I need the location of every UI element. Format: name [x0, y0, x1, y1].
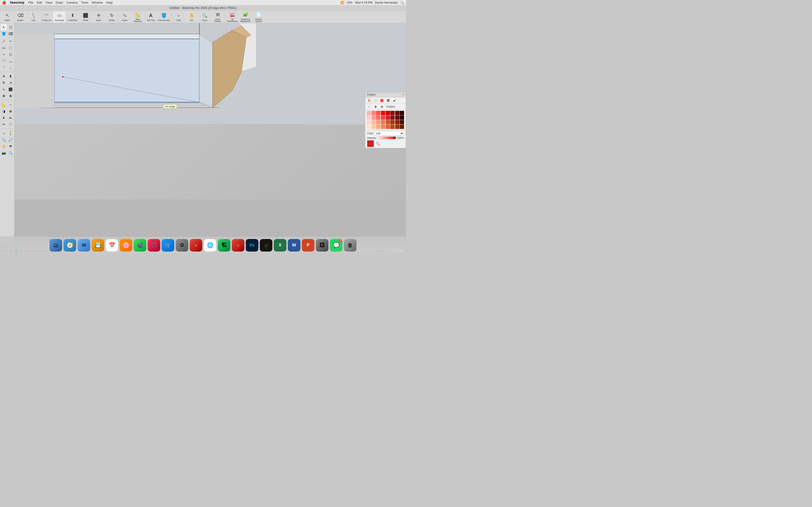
tool-paint[interactable]: 🪣 Paint Bucket — [158, 11, 170, 22]
tool-offset-left[interactable]: ⬛ — [7, 86, 14, 93]
tool-3dtext[interactable]: A₃ — [7, 115, 14, 121]
tool-line[interactable]: ╱ Line — [27, 11, 40, 22]
tool-solid[interactable]: ⊗ — [7, 93, 14, 99]
swatch-19[interactable] — [376, 120, 380, 124]
swatch-8[interactable] — [400, 111, 404, 115]
swatch-22[interactable] — [390, 120, 395, 124]
dock-trash[interactable]: 🗑 — [344, 239, 356, 251]
app-name[interactable]: SketchUp — [10, 1, 24, 4]
swatch-14[interactable] — [390, 115, 395, 120]
menu-tools[interactable]: Tools — [81, 1, 88, 4]
tool-rectangle[interactable]: ▭ Rectangle — [53, 11, 66, 22]
dock-word[interactable]: W — [288, 239, 300, 251]
tool-move[interactable]: ✛ Move — [92, 11, 105, 22]
apple-menu[interactable]: 🍎 — [2, 1, 6, 5]
swatch-20[interactable] — [381, 120, 385, 124]
tool-offset[interactable]: ⬛ Offset — [79, 11, 92, 22]
tool-interact[interactable]: ☞ — [7, 121, 14, 127]
swatch-26[interactable] — [371, 125, 376, 129]
dock-spotify[interactable]: ♫ — [260, 239, 272, 251]
dock-calendar[interactable]: 📅 — [106, 239, 118, 251]
tool-eraser[interactable]: ⌫ Eraser — [14, 11, 27, 22]
tool-rect-left[interactable]: ▭ — [1, 45, 7, 51]
swatch-30[interactable] — [390, 125, 395, 129]
tool-zoom-left[interactable]: 🔍 — [1, 137, 7, 143]
tool-component[interactable]: ⬡ — [7, 24, 14, 31]
tool-zoomwindow[interactable]: 🔎 — [7, 137, 14, 143]
menu-window[interactable]: Window — [92, 1, 103, 4]
swatch-23[interactable] — [395, 120, 400, 124]
tool-pushpull-left[interactable]: ⬆ — [7, 73, 14, 79]
tool-zoom2[interactable]: 🔍 — [7, 150, 14, 156]
tool-scale[interactable]: ⤡ Scale — [118, 11, 131, 22]
canvas-area[interactable]: On Edge Colors × 🎨 ⬜ 🟥 🖼 🖌 ← ⊕ ⧉ Colors — [14, 23, 406, 243]
tool-ext-warehouse[interactable]: 🧩 Extension Warehouse — [239, 11, 252, 22]
tool-zoom-extents[interactable]: ⊞ Zoom Extents — [211, 11, 224, 22]
swatch-28[interactable] — [381, 125, 385, 129]
colors-close-btn[interactable]: × — [402, 93, 404, 96]
tool-select[interactable]: ↖ Select — [1, 11, 13, 22]
swatch-5[interactable] — [386, 111, 390, 115]
colors-action-copy[interactable]: ⧉ — [379, 104, 385, 109]
dock-contacts[interactable]: 📇 — [92, 239, 104, 251]
tool-arc3[interactable]: ◜ — [1, 64, 7, 70]
swatch-3[interactable] — [376, 111, 380, 115]
tool-3d-warehouse[interactable]: 🏭 3D Warehouse — [226, 11, 239, 22]
tool-arc[interactable]: ◠ 2 Point Arc — [40, 11, 53, 22]
tool-walkaround[interactable]: 🚶 — [7, 130, 14, 136]
swatch-15[interactable] — [395, 115, 400, 120]
tool-polygon[interactable]: ⬡ — [7, 51, 14, 57]
swatch-25[interactable] — [367, 125, 371, 129]
menu-help[interactable]: Help — [106, 1, 113, 4]
tool-move-left[interactable]: ✛ — [1, 73, 7, 79]
dock-whatsapp[interactable]: 💬 3 — [330, 239, 343, 251]
tool-line-left[interactable]: ╱ — [1, 38, 7, 44]
tool-circle[interactable]: ○ — [1, 51, 7, 57]
search-icon[interactable]: 🔍 — [400, 1, 404, 4]
tool-arc-left[interactable]: ◠ — [1, 58, 7, 64]
dock-iphoto[interactable]: 🖼 — [316, 239, 328, 251]
swatch-9[interactable] — [367, 115, 371, 120]
tool-lookaround[interactable]: 👁 — [7, 143, 14, 150]
colors-action-magnify[interactable]: ⊕ — [373, 104, 378, 109]
dock-appstore[interactable]: 🛒 — [162, 239, 174, 251]
tool-outershell[interactable]: ⊕ — [1, 93, 7, 99]
dock-facetime[interactable]: 📹 — [134, 239, 146, 251]
swatch-32[interactable] — [400, 125, 404, 129]
swatch-21[interactable] — [386, 120, 390, 124]
tool-rotate[interactable]: ↻ Rotate — [105, 11, 118, 22]
swatch-10[interactable] — [371, 115, 376, 120]
tool-dim[interactable]: ↔ — [7, 102, 14, 108]
swatch-12[interactable] — [381, 115, 385, 120]
colors-tab-slider[interactable]: ⬜ — [373, 98, 378, 103]
swatch-6[interactable] — [390, 111, 395, 115]
dock-itunes[interactable]: 🎵 — [148, 239, 160, 251]
dock-safari[interactable]: 🧭 — [63, 239, 76, 251]
dock-artstudio[interactable]: 🔺 — [190, 239, 202, 251]
swatch-4[interactable] — [381, 111, 385, 115]
swatch-18[interactable] — [371, 120, 376, 124]
dock-sysprefs[interactable]: ⚙ — [176, 239, 188, 251]
colors-tab-wheel[interactable]: 🎨 — [367, 98, 372, 103]
tool-followme[interactable]: ↗ — [7, 80, 14, 86]
tool-eraser-left[interactable]: ⌫ — [7, 31, 14, 37]
tool-arc2[interactable]: ◡ — [7, 58, 14, 64]
swatch-17[interactable] — [367, 120, 371, 124]
dock-artstudio2[interactable]: 🔺 — [232, 239, 244, 251]
colors-action-back[interactable]: ← — [367, 104, 372, 109]
tool-tape[interactable]: 📐 Tape Measure — [132, 11, 144, 22]
swatch-13[interactable] — [386, 115, 390, 120]
colors-tab-image[interactable]: 🖼 — [386, 98, 391, 103]
colors-tab-crayon[interactable]: 🖌 — [392, 98, 397, 103]
tool-zoom[interactable]: 🔍 Zoom — [198, 11, 211, 22]
dock-excel[interactable]: X — [274, 239, 286, 251]
tool-pan[interactable]: ✋ Pan — [185, 11, 198, 22]
tool-text-left[interactable]: A — [1, 115, 7, 121]
dock-mail[interactable]: ✉ — [78, 239, 90, 251]
tool-send-layout[interactable]: 📄 Send to LayOut — [252, 11, 265, 22]
swatch-2[interactable] — [371, 111, 376, 115]
swatch-24[interactable] — [400, 120, 404, 124]
swatch-11[interactable] — [376, 115, 380, 120]
tool-orbit-left[interactable]: ○ — [1, 130, 7, 136]
active-color-swatch[interactable] — [367, 140, 374, 147]
